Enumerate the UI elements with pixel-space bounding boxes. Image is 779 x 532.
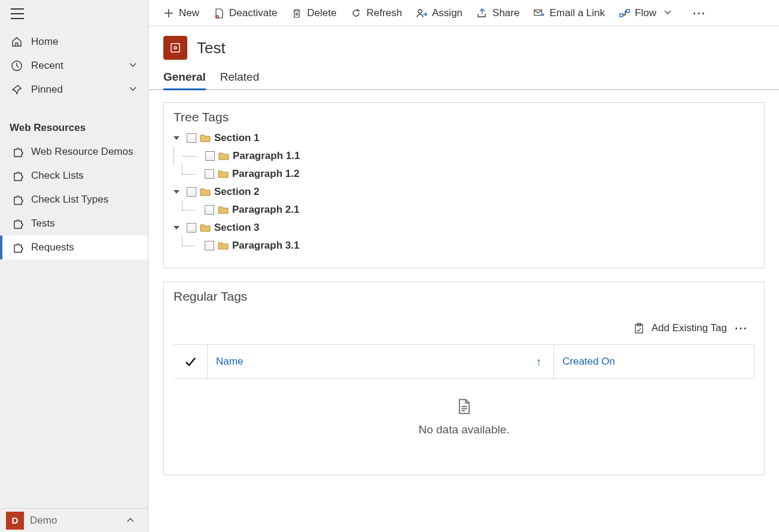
app-switcher[interactable]: D Demo [0,508,148,532]
deactivate-icon [214,8,224,19]
tree-node[interactable]: Section 2 [174,183,754,201]
sidebar-item-home[interactable]: Home [0,30,148,54]
more-subgrid-button[interactable]: ⋯ [734,320,748,336]
sidebar-item-label: Tests [31,218,55,230]
cmd-label: Refresh [366,7,402,19]
chevron-down-icon [664,7,672,19]
tree-node-label: Paragraph 1.1 [233,150,300,162]
menu-toggle-icon[interactable] [11,8,24,19]
cmd-label: Share [492,7,519,19]
folder-icon [218,241,229,250]
sidebar-section-header: Web Resources [0,122,148,134]
more-commands-button[interactable]: ⋯ [680,0,713,26]
ellipsis-icon: ⋯ [692,5,707,21]
tree-view: Section 1 Paragraph 1.1 [174,129,754,255]
folder-icon [200,187,211,197]
refresh-icon [351,8,361,19]
tree-node[interactable]: Paragraph 2.1 [174,201,754,219]
sidebar: Home Recent Pinned [0,0,148,532]
svg-rect-6 [171,44,179,52]
new-button[interactable]: New [157,0,205,26]
sidebar-item-label: Requests [31,241,74,253]
folder-icon [200,223,211,233]
sidebar-item-requests[interactable]: Requests [0,236,148,259]
folder-icon [218,151,229,161]
sidebar-item-recent[interactable]: Recent [0,54,148,78]
checkbox[interactable] [187,223,196,233]
column-header-created-on[interactable]: Created On [554,345,754,378]
svg-rect-5 [626,10,629,13]
chevron-up-icon [126,515,135,525]
cmd-label: New [179,7,199,19]
tab-general[interactable]: General [163,68,206,90]
tags-grid: Name ↑ Created On No data available. [174,344,754,461]
share-icon [477,8,488,19]
cmd-label: Flow [635,7,656,19]
deactivate-button[interactable]: Deactivate [208,0,283,26]
sidebar-item-label: Recent [31,60,63,72]
add-existing-tag-button[interactable]: Add Existing Tag [652,322,727,334]
tree-tags-panel: Tree Tags Section 1 [163,102,765,268]
tab-row: General Related [149,68,779,90]
email-link-button[interactable]: Email a Link [528,0,611,26]
svg-rect-4 [620,14,623,17]
grid-empty-state: No data available. [174,379,754,461]
sidebar-item-pinned[interactable]: Pinned [0,78,148,102]
app-name: Demo [30,515,57,527]
puzzle-icon [12,170,24,182]
sidebar-item-label: Pinned [31,84,63,96]
folder-icon [218,205,229,215]
checkbox[interactable] [205,169,214,179]
checkbox[interactable] [187,187,196,197]
tree-node-label: Section 1 [214,132,260,144]
puzzle-icon [12,146,24,158]
flow-button[interactable]: Flow [613,0,678,26]
tree-node-label: Paragraph 2.1 [232,204,299,216]
assign-button[interactable]: Assign [410,0,468,26]
checkbox[interactable] [205,151,215,161]
tree-node[interactable]: Paragraph 3.1 [174,237,754,255]
checkbox[interactable] [205,205,214,215]
tree-node[interactable]: Section 3 [174,219,754,237]
column-header-name[interactable]: Name ↑ [208,345,554,378]
sidebar-item-check-lists[interactable]: Check Lists [0,164,148,188]
tree-node-label: Paragraph 3.1 [232,240,299,252]
email-icon [534,8,544,19]
sidebar-item-label: Check Lists [31,170,84,182]
tab-related[interactable]: Related [220,68,260,90]
sidebar-item-label: Home [31,36,58,48]
delete-button[interactable]: Delete [285,0,342,26]
svg-point-2 [418,10,422,13]
sidebar-item-check-list-types[interactable]: Check List Types [0,188,148,212]
command-bar: New Deactivate Delete Refresh Assign [149,0,779,26]
sidebar-item-tests[interactable]: Tests [0,212,148,236]
panel-title: Tree Tags [174,110,754,124]
sidebar-item-web-resource-demos[interactable]: Web Resource Demos [0,140,148,164]
clipboard-icon [634,323,644,334]
record-header: Test [149,26,779,68]
select-all-checkbox[interactable] [174,345,208,378]
tree-node-label: Paragraph 1.2 [232,168,299,180]
document-icon [456,398,473,415]
chevron-down-icon [129,84,137,96]
refresh-button[interactable]: Refresh [345,0,408,26]
folder-icon [218,169,229,179]
share-button[interactable]: Share [471,0,525,26]
puzzle-icon [12,218,24,230]
puzzle-icon [12,241,24,253]
panel-toolbar: Add Existing Tag ⋯ [174,320,754,336]
empty-message: No data available. [174,423,754,436]
folder-icon [200,133,211,143]
main-region: New Deactivate Delete Refresh Assign [149,0,779,532]
chevron-down-icon [129,60,137,72]
checkbox[interactable] [205,241,214,250]
column-label: Name [216,356,243,368]
cmd-label: Assign [432,7,462,19]
assign-icon [416,8,427,19]
tree-node[interactable]: Paragraph 1.1 [174,147,754,165]
column-label: Created On [562,356,615,368]
flow-icon [619,8,630,19]
tree-node[interactable]: Paragraph 1.2 [174,165,754,183]
checkbox[interactable] [187,133,196,143]
tree-node[interactable]: Section 1 [174,129,754,147]
